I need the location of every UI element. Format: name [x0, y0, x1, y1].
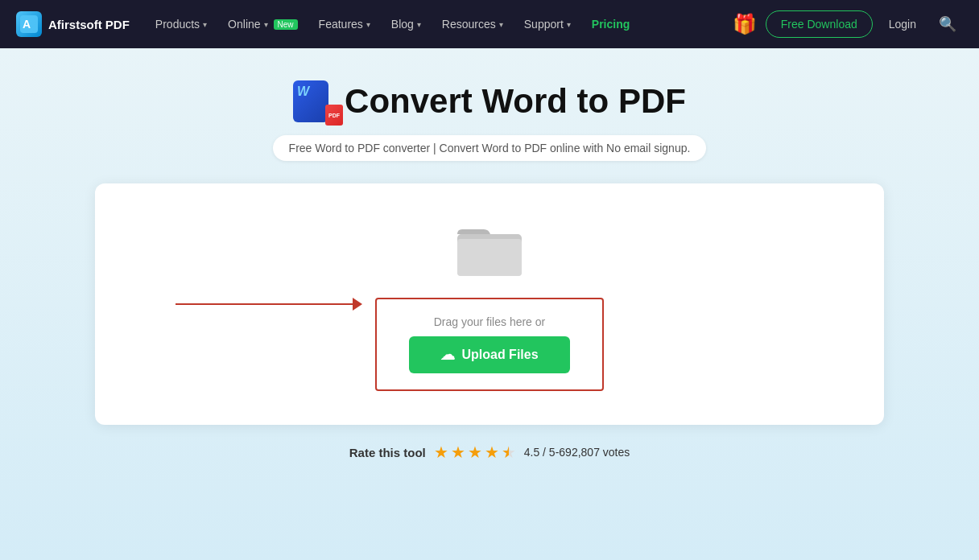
- rating-section: Rate this tool ★ ★ ★ ★ ★ ★ 4.5 / 5-692,8…: [349, 443, 630, 462]
- login-link[interactable]: Login: [879, 11, 926, 37]
- nav-item-products[interactable]: Products ▾: [146, 11, 217, 37]
- folder-icon: [453, 218, 526, 282]
- drag-text: Drag your files here or: [434, 315, 546, 328]
- free-download-button[interactable]: Free Download: [766, 10, 873, 38]
- chevron-icon: ▾: [417, 20, 421, 29]
- word-icon: W: [293, 80, 328, 122]
- rating-score: 4.5 / 5-692,807 votes: [524, 446, 630, 459]
- star-5-half: ★ ★: [502, 443, 516, 462]
- drop-zone[interactable]: Drag your files here or ☁ Upload Files: [375, 298, 604, 391]
- arrow-head: [353, 298, 362, 311]
- gift-icon[interactable]: 🎁: [730, 10, 759, 39]
- nav-item-resources[interactable]: Resources ▾: [432, 11, 513, 37]
- chevron-icon: ▾: [203, 20, 207, 29]
- arrow-annotation: [176, 298, 362, 311]
- star-1: ★: [434, 443, 448, 462]
- chevron-icon: ▾: [366, 20, 370, 29]
- nav-item-blog[interactable]: Blog ▾: [382, 11, 431, 37]
- upload-button[interactable]: ☁ Upload Files: [409, 336, 570, 373]
- nav-item-online[interactable]: Online ▾ New: [218, 11, 307, 37]
- star-2: ★: [451, 443, 465, 462]
- svg-text:A: A: [23, 18, 31, 31]
- upload-icon: ☁: [440, 346, 455, 364]
- chevron-icon: ▾: [567, 20, 571, 29]
- upload-container: Drag your files here or ☁ Upload Files: [95, 183, 884, 425]
- search-icon[interactable]: 🔍: [932, 9, 963, 39]
- star-4: ★: [485, 443, 499, 462]
- nav-item-features[interactable]: Features ▾: [309, 11, 380, 37]
- chevron-icon: ▾: [499, 20, 503, 29]
- nav-items: Products ▾ Online ▾ New Features ▾ Blog …: [146, 11, 724, 37]
- rating-label: Rate this tool: [349, 446, 426, 459]
- star-3: ★: [468, 443, 482, 462]
- navbar: A Afirstsoft PDF Products ▾ Online ▾ New…: [0, 0, 979, 48]
- nav-item-pricing[interactable]: Pricing: [582, 11, 639, 37]
- pdf-corner-icon: PDF: [325, 105, 343, 126]
- logo-text: Afirstsoft PDF: [48, 18, 130, 31]
- chevron-icon: ▾: [264, 20, 268, 29]
- page-title: Convert Word to PDF: [345, 83, 686, 120]
- arrow-line: [176, 303, 353, 305]
- stars: ★ ★ ★ ★ ★ ★: [434, 443, 516, 462]
- page-header: W PDF Convert Word to PDF: [293, 80, 686, 122]
- page-subtitle: Free Word to PDF converter | Convert Wor…: [273, 135, 707, 161]
- new-badge: New: [274, 19, 298, 30]
- logo[interactable]: A Afirstsoft PDF: [16, 11, 130, 37]
- main-content: W PDF Convert Word to PDF Free Word to P…: [0, 48, 979, 560]
- nav-item-support[interactable]: Support ▾: [514, 11, 580, 37]
- word-to-pdf-icon: W PDF: [293, 80, 335, 122]
- svg-rect-3: [457, 239, 522, 276]
- logo-icon: A: [16, 11, 42, 37]
